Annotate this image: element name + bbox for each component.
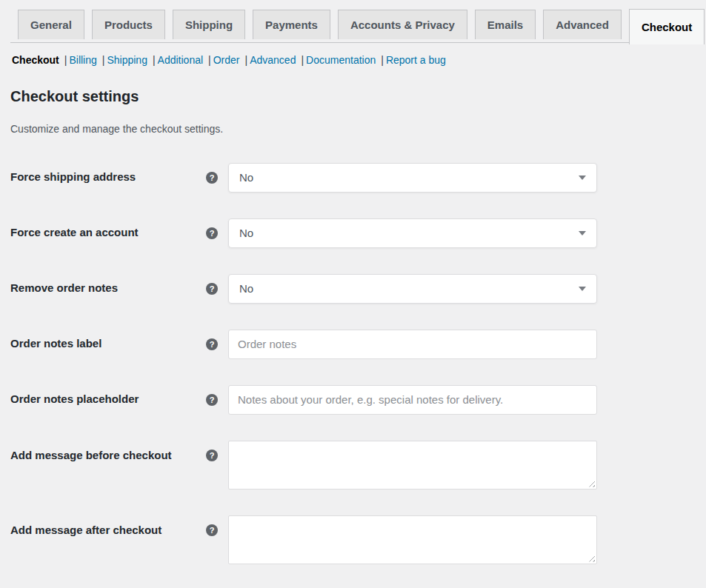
select-value: No (239, 227, 253, 239)
chevron-down-icon (579, 176, 586, 180)
tab-emails[interactable]: Emails (475, 10, 536, 39)
tab-advanced[interactable]: Advanced (543, 10, 622, 39)
subnav-separator: | (153, 54, 156, 66)
field-cell: No (228, 274, 597, 304)
select-value: No (239, 171, 253, 184)
label-cell: Force shipping address ? (10, 170, 228, 184)
subnav-separator: | (301, 54, 304, 66)
field-cell: No (228, 163, 597, 193)
help-icon[interactable]: ? (206, 227, 218, 239)
row-force-shipping-address: Force shipping address ? No (10, 163, 696, 193)
label-cell: Order notes placeholder ? (10, 392, 228, 407)
message-after-checkout-textarea[interactable] (228, 515, 597, 564)
select-value: No (239, 282, 253, 295)
field-label: Add message before checkout (10, 449, 172, 463)
tab-accounts-privacy[interactable]: Accounts & Privacy (338, 10, 467, 39)
tab-general[interactable]: General (18, 10, 84, 39)
row-order-notes-label: Order notes label ? (10, 330, 696, 359)
row-order-notes-placeholder: Order notes placeholder ? (10, 385, 696, 415)
field-label: Force shipping address (10, 170, 136, 184)
label-cell: Add message after checkout ? (10, 515, 228, 538)
tab-payments[interactable]: Payments (253, 10, 330, 39)
force-create-account-select[interactable]: No (228, 218, 597, 248)
tab-checkout[interactable]: Checkout (629, 9, 705, 44)
tab-products[interactable]: Products (92, 10, 165, 39)
field-cell: No (228, 218, 597, 248)
subnav-separator: | (381, 54, 384, 66)
subnav-advanced[interactable]: Advanced (250, 54, 296, 66)
chevron-down-icon (579, 287, 586, 291)
field-label: Add message after checkout (10, 524, 161, 538)
force-shipping-address-select[interactable]: No (228, 163, 597, 193)
help-icon[interactable]: ? (206, 338, 218, 350)
help-icon[interactable]: ? (206, 524, 218, 536)
label-cell: Remove order notes ? (10, 281, 228, 295)
field-label: Force create an account (10, 226, 139, 240)
subnav-separator: | (64, 54, 67, 66)
label-cell: Order notes label ? (10, 337, 228, 351)
page-description: Customize and manage the checkout settin… (10, 123, 696, 135)
subnav-checkout[interactable]: Checkout (12, 54, 59, 66)
subnav-separator: | (102, 54, 105, 66)
message-before-checkout-textarea[interactable] (228, 441, 597, 490)
field-label: Order notes placeholder (10, 392, 139, 407)
order-notes-label-input[interactable] (228, 330, 597, 359)
label-cell: Force create an account ? (10, 226, 228, 240)
label-cell: Add message before checkout ? (10, 441, 228, 463)
subnav-separator: | (245, 54, 248, 66)
subnav-shipping[interactable]: Shipping (107, 54, 147, 66)
help-icon[interactable]: ? (206, 283, 218, 295)
checkout-subnav: Checkout|Billing|Shipping|Additional|Ord… (10, 43, 696, 68)
subnav-documentation[interactable]: Documentation (306, 54, 376, 66)
field-cell (228, 441, 597, 490)
field-label: Remove order notes (10, 281, 118, 295)
field-cell (228, 385, 597, 415)
checkout-settings-form: Force shipping address ? No Force create… (10, 163, 696, 564)
tab-shipping[interactable]: Shipping (173, 10, 245, 39)
row-remove-order-notes: Remove order notes ? No (10, 274, 696, 304)
page-title: Checkout settings (10, 88, 696, 105)
remove-order-notes-select[interactable]: No (228, 274, 597, 304)
subnav-order[interactable]: Order (213, 54, 240, 66)
settings-page: General Products Shipping Payments Accou… (0, 0, 706, 564)
row-force-create-account: Force create an account ? No (10, 218, 696, 248)
subnav-report-a-bug[interactable]: Report a bug (386, 54, 446, 66)
field-cell (228, 330, 597, 359)
help-icon[interactable]: ? (206, 172, 218, 184)
help-icon[interactable]: ? (206, 450, 218, 461)
row-message-after-checkout: Add message after checkout ? (10, 515, 696, 564)
help-icon[interactable]: ? (206, 394, 218, 406)
subnav-billing[interactable]: Billing (69, 54, 96, 66)
field-cell (228, 515, 597, 564)
subnav-separator: | (208, 54, 211, 66)
chevron-down-icon (579, 231, 586, 235)
settings-tab-bar: General Products Shipping Payments Accou… (10, 0, 696, 43)
subnav-additional[interactable]: Additional (158, 54, 204, 66)
row-message-before-checkout: Add message before checkout ? (10, 441, 696, 490)
order-notes-placeholder-input[interactable] (228, 385, 597, 415)
field-label: Order notes label (10, 337, 101, 351)
